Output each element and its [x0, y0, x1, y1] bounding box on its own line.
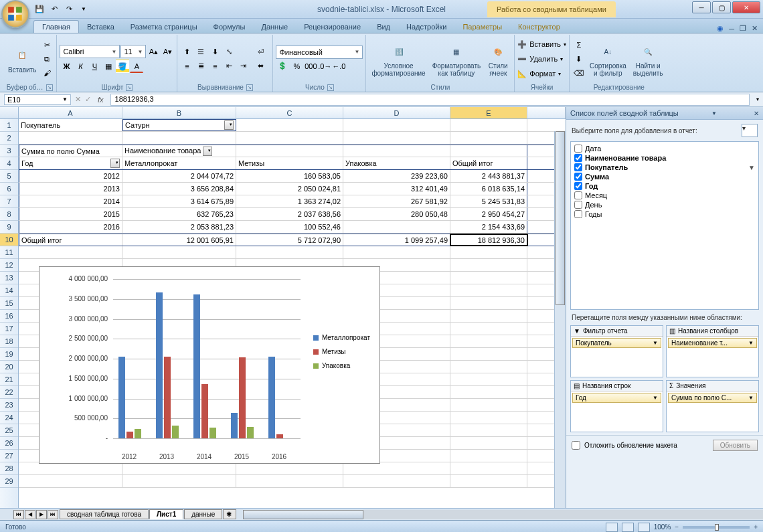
cell[interactable]: Метизы — [236, 157, 343, 169]
cell[interactable]: 2 037 638,56 — [236, 208, 343, 220]
percent-icon[interactable]: % — [290, 60, 303, 73]
minimize-button[interactable]: ─ — [692, 1, 711, 13]
cell[interactable] — [343, 475, 450, 487]
scroll-thumb[interactable] — [556, 131, 565, 305]
orientation-icon[interactable]: ⤡ — [222, 46, 236, 59]
font-name-combo[interactable]: Calibri▼ — [60, 45, 120, 58]
restore-window-icon[interactable]: ❐ — [740, 24, 746, 33]
alignment-launcher[interactable]: ↘ — [246, 84, 253, 91]
underline-icon[interactable]: Ч — [88, 60, 101, 73]
row-header[interactable]: 7 — [0, 195, 18, 208]
field-checkbox[interactable] — [574, 163, 582, 171]
zone-item[interactable]: Сумма по полю С...▼ — [668, 393, 757, 403]
field-checkbox[interactable] — [574, 173, 582, 181]
zone-item[interactable]: Покупатель▼ — [572, 338, 661, 348]
cell[interactable]: 12 001 605,91 — [122, 234, 236, 246]
col-header-c[interactable]: C — [236, 107, 343, 118]
sheet-tab[interactable]: данные — [184, 509, 222, 519]
cell[interactable] — [450, 437, 527, 449]
row-header[interactable]: 13 — [0, 272, 18, 284]
currency-icon[interactable]: 💲 — [276, 60, 289, 73]
pivot-row-header[interactable]: Год — [19, 157, 122, 169]
cell[interactable]: 6 018 635,14 — [450, 183, 527, 195]
cell[interactable] — [19, 475, 122, 487]
cell[interactable]: 5 245 531,83 — [450, 195, 527, 207]
format-cells-icon[interactable]: 📐 — [517, 70, 527, 78]
tab-formulas[interactable]: Формулы — [205, 21, 254, 33]
field-checkbox[interactable] — [574, 191, 582, 199]
cell[interactable]: Общий итог — [450, 157, 527, 169]
col-header-blank[interactable] — [527, 107, 566, 118]
formula-input[interactable]: 18812936,3 — [110, 94, 750, 106]
align-top-icon[interactable]: ⬆ — [180, 46, 193, 59]
cell[interactable]: Общий итог — [19, 234, 122, 246]
cancel-formula-icon[interactable]: ✕ — [75, 95, 81, 104]
close-workbook-icon[interactable]: ✕ — [752, 24, 758, 33]
cell[interactable]: Металлопрокат — [122, 157, 236, 169]
cell[interactable] — [450, 259, 527, 271]
row-header[interactable]: 18 — [0, 335, 18, 348]
embedded-chart[interactable]: -500 000,001 000 000,001 500 000,002 000… — [39, 266, 380, 464]
cell[interactable] — [450, 450, 527, 462]
row-header[interactable]: 5 — [0, 170, 18, 183]
expand-formula-bar-icon[interactable]: ▾ — [756, 96, 759, 102]
row-header[interactable]: 20 — [0, 361, 18, 373]
field-item[interactable]: Год — [573, 181, 756, 191]
cell[interactable] — [450, 310, 527, 322]
decrease-indent-icon[interactable]: ⇤ — [222, 60, 236, 73]
row-header[interactable]: 17 — [0, 323, 18, 335]
cell[interactable] — [236, 119, 343, 131]
align-middle-icon[interactable]: ☰ — [194, 46, 207, 59]
cell[interactable] — [450, 475, 527, 487]
cell[interactable] — [450, 132, 527, 144]
cell[interactable] — [19, 132, 122, 144]
border-icon[interactable]: ▦ — [102, 60, 115, 73]
cell[interactable] — [122, 246, 236, 258]
prev-sheet-icon[interactable]: ◀ — [25, 510, 35, 519]
first-sheet-icon[interactable]: ⏮ — [13, 510, 24, 519]
cell[interactable] — [450, 424, 527, 436]
zone-report-filter[interactable]: ▼Фильтр отчета Покупатель▼ — [570, 325, 663, 377]
pivot-column-header[interactable]: Наименование товара — [122, 145, 236, 157]
bold-icon[interactable]: Ж — [60, 60, 73, 73]
close-button[interactable]: ✕ — [732, 1, 760, 13]
normal-view-icon[interactable] — [606, 523, 618, 532]
scroll-thumb[interactable] — [243, 510, 363, 519]
field-item[interactable]: Месяц — [573, 191, 756, 200]
cell[interactable] — [122, 475, 236, 487]
insert-cells-icon[interactable]: ➕ — [517, 40, 527, 49]
help-icon[interactable]: ◉ — [717, 24, 724, 33]
minimize-ribbon-icon[interactable]: ─ — [729, 25, 734, 33]
cell[interactable] — [236, 145, 343, 157]
cell[interactable]: 2015 — [19, 208, 122, 220]
zone-item[interactable]: Год▼ — [572, 393, 661, 403]
row-header[interactable]: 14 — [0, 284, 18, 297]
field-item[interactable]: Дата — [573, 144, 756, 153]
cell[interactable] — [450, 386, 527, 398]
cell[interactable] — [450, 399, 527, 411]
cell[interactable]: 2012 — [19, 170, 122, 182]
row-header[interactable]: 1 — [0, 119, 18, 132]
autosum-icon[interactable]: Σ — [572, 38, 586, 52]
cell[interactable] — [450, 272, 527, 284]
name-box-dropdown-icon[interactable]: ▼ — [62, 96, 68, 102]
format-as-table-button[interactable]: ▦Форматировать как таблицу — [430, 39, 484, 78]
cell[interactable] — [122, 132, 236, 144]
delete-cells-label[interactable]: Удалить — [529, 55, 558, 63]
row-header[interactable]: 29 — [0, 475, 18, 488]
select-all-corner[interactable] — [0, 107, 19, 118]
row-header[interactable]: 8 — [0, 208, 18, 221]
cell[interactable]: 100 552,46 — [236, 221, 343, 233]
cell[interactable] — [450, 323, 527, 335]
defer-update-checkbox[interactable] — [572, 441, 580, 450]
next-sheet-icon[interactable]: ▶ — [36, 510, 47, 519]
redo-icon[interactable]: ↷ — [63, 3, 75, 15]
field-checkbox[interactable] — [574, 145, 582, 153]
cell[interactable] — [450, 145, 527, 157]
cell[interactable] — [450, 119, 527, 131]
zoom-level[interactable]: 100% — [654, 523, 671, 531]
cut-icon[interactable]: ✂ — [40, 38, 54, 52]
cell[interactable] — [450, 361, 527, 373]
field-item[interactable]: День — [573, 200, 756, 209]
last-sheet-icon[interactable]: ⏭ — [48, 510, 58, 519]
